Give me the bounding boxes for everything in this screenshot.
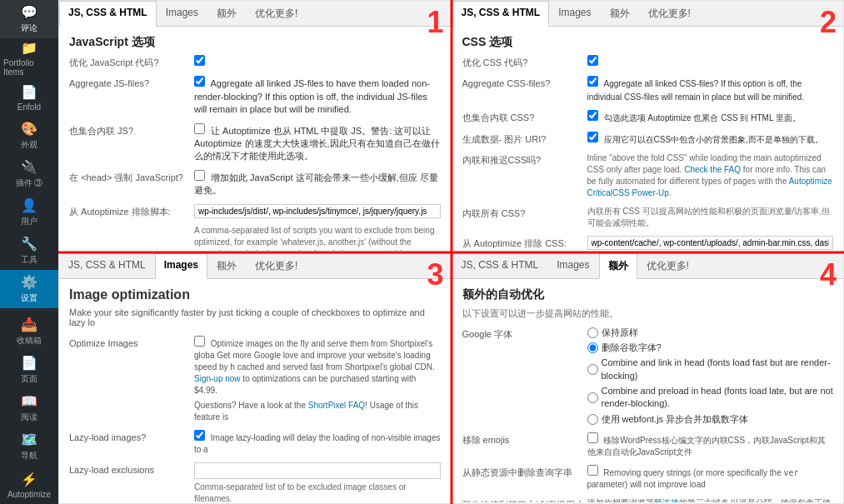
sidebar-item-enfold[interactable]: 📄 Enfold bbox=[0, 78, 58, 117]
q4-checkbox-query-strings[interactable] bbox=[587, 465, 598, 476]
q3-link-faq[interactable]: ShortPixel FAQ bbox=[308, 401, 365, 410]
tools-icon: 🔧 bbox=[21, 236, 37, 252]
q2-checkbox-inline-css[interactable] bbox=[587, 110, 598, 121]
main-content: JS, CSS & HTML Images 额外 优化更多! JavaScrip… bbox=[58, 0, 844, 504]
sidebar-item-portfolio[interactable]: 📁 Portfolio Items bbox=[0, 38, 58, 78]
q4-row-google-fonts: Google 字体 保持原样 删除谷歌字体? Combine and link … bbox=[462, 327, 834, 427]
q1-row-optimize: 优化 JavaScript 代码? bbox=[69, 55, 441, 69]
autoptimize-icon: ⚡ bbox=[21, 472, 37, 487]
q4-radio-combine-preload-input[interactable] bbox=[587, 392, 598, 403]
tab-q4-images[interactable]: Images bbox=[547, 253, 598, 279]
q1-field-exclude bbox=[194, 204, 441, 218]
q2-inline-css-desc: 勾选此选项 Autoptimize 也累合 CSS 到 HTML 里面。 bbox=[604, 113, 801, 122]
q1-checkbox-inline-js[interactable] bbox=[194, 123, 205, 134]
q2-tabs: JS, CSS & HTML Images 额外 优化更多! bbox=[452, 1, 844, 27]
tab-q2-extra[interactable]: 额外 bbox=[601, 1, 639, 27]
sidebar-item-label: 导航 bbox=[21, 450, 37, 462]
q2-link-criticalcss[interactable]: Autoptimize CriticalCSS Power-Up bbox=[587, 177, 832, 197]
q2-checkbox-data-uri[interactable] bbox=[587, 132, 598, 142]
q2-input-exclude-css[interactable] bbox=[587, 236, 834, 250]
tab-q3-more[interactable]: 优化更多! bbox=[246, 253, 307, 279]
q2-label-exclude-css: 从 Autoptimize 排除 CSS: bbox=[462, 236, 587, 250]
q2-checkbox-aggregate[interactable] bbox=[587, 76, 598, 87]
q1-field-inline-js: 让 Autoptimize 也从 HTML 中提取 JS。警告: 这可以让 Au… bbox=[194, 123, 441, 163]
q2-label-inline-css: 也集合内联 CSS? bbox=[462, 110, 587, 124]
tab-q4-more[interactable]: 优化更多! bbox=[637, 253, 698, 279]
sidebar-item-comments[interactable]: 💬 评论 bbox=[0, 0, 58, 38]
quadrant-3: JS, CSS & HTML Images 额外 优化更多! Image opt… bbox=[58, 252, 452, 505]
sidebar-item-label: 插件 ③ bbox=[16, 177, 43, 189]
tab-q3-extra[interactable]: 额外 bbox=[207, 253, 246, 279]
q1-input-exclude[interactable] bbox=[194, 204, 441, 218]
q4-radio-combine-preload: Combine and preload in head (fonts load … bbox=[587, 385, 834, 411]
q3-checkbox-lazy-load[interactable] bbox=[194, 430, 205, 441]
q4-radio-keep-input[interactable] bbox=[587, 327, 598, 338]
q3-optimize-images-questions: Questions? Have a look at the ShortPixel… bbox=[194, 400, 441, 423]
q1-field-exclude-desc: A comma-separated list of scripts you wa… bbox=[194, 225, 441, 251]
tab-q4-js-css-html[interactable]: JS, CSS & HTML bbox=[452, 253, 548, 279]
sidebar-item-pages[interactable]: 📄 页面 bbox=[0, 351, 58, 389]
q2-row-exclude-css: 从 Autoptimize 排除 CSS: bbox=[462, 236, 834, 250]
q1-tabs: JS, CSS & HTML Images 额外 优化更多! bbox=[59, 1, 451, 27]
q3-lazy-exclusions-desc: Comma-separated list of to be excluded i… bbox=[194, 482, 441, 503]
q2-field-inline-all: 内联所有 CSS 可以提高网站的性能和积极的页面浏览量/访客率,但可能会减弱性能… bbox=[587, 206, 834, 229]
q2-label-inline-all: 内联所有 CSS? bbox=[462, 206, 587, 220]
tab-q3-js-css-html[interactable]: JS, CSS & HTML bbox=[59, 253, 155, 279]
q4-radio-webfont-input[interactable] bbox=[587, 414, 598, 425]
q3-input-lazy-exclusions[interactable] bbox=[194, 462, 441, 479]
q4-link-preconnect[interactable]: 预连接 bbox=[654, 498, 679, 502]
sidebar-item-tools[interactable]: 🔧 工具 bbox=[0, 232, 58, 270]
q3-label-optimize-images: Optimize Images bbox=[69, 336, 194, 350]
tab-q1-more[interactable]: 优化更多! bbox=[246, 1, 307, 27]
q3-image-opt-sub: Make your site significantly faster by j… bbox=[69, 307, 441, 327]
q3-row-lazy-exclusions: Lazy-load exclusions Comma-separated lis… bbox=[69, 462, 441, 503]
q1-field-head-js: 增加如此 JavaScript 这可能会带来一些小缓解,但应 尽量避免。 bbox=[194, 170, 441, 197]
inbox-icon: 📥 bbox=[21, 317, 37, 332]
q2-checkbox-optimize[interactable] bbox=[587, 55, 598, 66]
sidebar-item-inbox[interactable]: 📥 收稿箱 bbox=[0, 312, 58, 351]
q3-link-signup[interactable]: Sign-up now bbox=[194, 374, 241, 383]
enfold-icon: 📄 bbox=[21, 84, 37, 100]
q2-link-faq[interactable]: Check the FAQ bbox=[684, 165, 741, 174]
sidebar-item-label: Enfold bbox=[17, 102, 41, 112]
q2-row-inline-defer: 内联和推迟CSS吗? Inline "above the fold CSS" w… bbox=[462, 152, 834, 199]
q2-row-aggregate: Aggregate CSS-files? Aggregate all linke… bbox=[462, 76, 834, 103]
sidebar-item-autoptimize[interactable]: ⚡ Autoptimize bbox=[0, 466, 58, 504]
sidebar-item-label: 收稿箱 bbox=[17, 335, 42, 347]
sidebar-item-users[interactable]: 👤 用户 bbox=[0, 193, 58, 232]
q3-checkbox-optimize-images[interactable] bbox=[194, 336, 205, 347]
q4-radio-remove-input[interactable] bbox=[587, 342, 598, 353]
q4-radio-combine-link-input[interactable] bbox=[587, 364, 598, 375]
q4-query-strings-desc: Removing query strings (or more specific… bbox=[587, 468, 799, 489]
sidebar-item-read[interactable]: 📖 阅读 bbox=[0, 389, 58, 427]
q1-row-aggregate: Aggregate JS-files? Aggregate all linked… bbox=[69, 76, 441, 116]
q2-content: CSS 选项 优化 CSS 代码? Aggregate CSS-files? A… bbox=[452, 27, 844, 251]
q1-checkbox-head-js[interactable] bbox=[194, 170, 205, 181]
q4-checkbox-emojis[interactable] bbox=[587, 432, 598, 443]
q2-label-aggregate: Aggregate CSS-files? bbox=[462, 76, 587, 90]
tab-q1-images[interactable]: Images bbox=[157, 1, 207, 27]
tab-q1-extra[interactable]: 额外 bbox=[207, 1, 246, 27]
sidebar-item-label: Portfolio Items bbox=[3, 58, 55, 77]
q2-field-inline-css: 勾选此选项 Autoptimize 也累合 CSS 到 HTML 里面。 bbox=[587, 110, 834, 124]
tab-q1-js-css-html[interactable]: JS, CSS & HTML bbox=[59, 1, 157, 27]
q1-row-exclude-desc: A comma-separated list of scripts you wa… bbox=[69, 225, 441, 251]
q1-checkbox-aggregate[interactable] bbox=[194, 76, 205, 87]
q3-field-lazy-load: Image lazy-loading will delay the loadin… bbox=[194, 430, 441, 456]
sidebar-item-label: 用户 bbox=[21, 216, 37, 227]
q1-checkbox-optimize[interactable] bbox=[194, 55, 205, 66]
tab-q2-more[interactable]: 优化更多! bbox=[639, 1, 700, 27]
appearance-icon: 🎨 bbox=[21, 121, 37, 137]
q4-row-emojis: 移除 emojis 移除WordPress核心编文字的内联CSS，内联JavaS… bbox=[462, 432, 834, 458]
q3-row-optimize-images: Optimize Images Optimize images on the f… bbox=[69, 336, 441, 423]
tab-q4-extra[interactable]: 额外 bbox=[599, 253, 637, 279]
tab-q3-images[interactable]: Images bbox=[155, 253, 207, 279]
sidebar-item-appearance[interactable]: 🎨 外观 bbox=[0, 117, 58, 155]
tab-q2-js-css-html[interactable]: JS, CSS & HTML bbox=[452, 1, 550, 27]
sidebar-item-plugins[interactable]: 🔌 插件 ③ bbox=[0, 155, 58, 193]
sidebar-item-label: 外观 bbox=[21, 139, 37, 151]
q4-radio-remove-label: 删除谷歌字体? bbox=[602, 342, 662, 354]
sidebar-item-settings[interactable]: ⚙️ 设置 bbox=[0, 270, 58, 308]
tab-q2-images[interactable]: Images bbox=[549, 1, 600, 27]
sidebar-item-nav[interactable]: 🗺️ 导航 bbox=[0, 427, 58, 466]
